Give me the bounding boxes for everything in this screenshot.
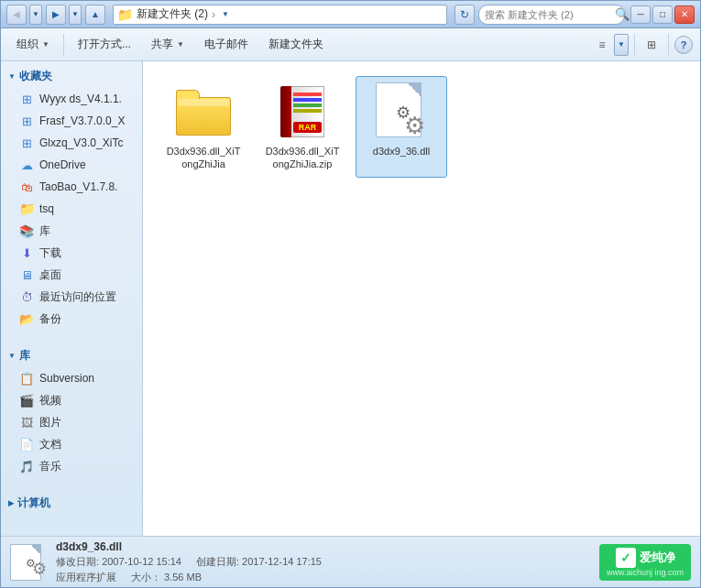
refresh-button[interactable]: ↻ bbox=[455, 5, 475, 25]
sidebar-item-desktop[interactable]: 🖥 桌面 bbox=[1, 264, 142, 286]
titlebar: ◀ ▼ ▶ ▼ ▲ 📁 新建文件夹 (2) › ▼ ↻ 🔍 ─ □ ✕ bbox=[1, 1, 700, 28]
back-dropdown[interactable]: ▼ bbox=[29, 5, 42, 25]
desktop-label: 桌面 bbox=[39, 267, 61, 283]
sidebar: ▼ 收藏夹 ⊞ Wyyx ds_V4.1.1. ⊞ Frasf_V3.7.0.0… bbox=[1, 61, 143, 536]
sidebar-item-video[interactable]: 🎬 视频 bbox=[1, 389, 142, 411]
frasf-icon: ⊞ bbox=[19, 114, 34, 128]
content-area: D3dx936.dll_XiTongZhiJia bbox=[143, 61, 700, 536]
sidebar-item-backup[interactable]: 📂 备份 bbox=[1, 308, 142, 330]
sidebar-item-glxzq[interactable]: ⊞ Glxzq_V3.0_XiTc bbox=[1, 132, 142, 154]
zip-spine bbox=[280, 86, 291, 137]
frasf-label: Frasf_V3.7.0.0_X bbox=[39, 114, 125, 127]
size-label: 大小： bbox=[131, 572, 161, 583]
sidebar-separator-1 bbox=[1, 333, 142, 341]
wyy-icon: ⊞ bbox=[19, 92, 34, 106]
dll-shape: ⚙ ⚙ bbox=[376, 82, 427, 141]
sidebar-separator-2 bbox=[1, 481, 142, 488]
file-item-dll[interactable]: ⚙ ⚙ d3dx9_36.dll bbox=[356, 76, 447, 178]
video-label: 视频 bbox=[39, 393, 61, 408]
minimize-button[interactable]: ─ bbox=[630, 5, 651, 24]
organize-button[interactable]: 组织 ▼ bbox=[8, 32, 58, 58]
folder-icon-large bbox=[174, 82, 233, 141]
status-corner bbox=[31, 545, 40, 554]
dll-label: d3dx9_36.dll bbox=[373, 145, 430, 158]
zip-stripe-2 bbox=[293, 98, 322, 102]
zip-icon-large: RAR bbox=[273, 82, 332, 141]
sidebar-item-taobao[interactable]: 🛍 TaoBao_V1.7.8. bbox=[1, 176, 142, 198]
dll-corner bbox=[408, 83, 421, 96]
sidebar-item-frasf[interactable]: ⊞ Frasf_V3.7.0.0_X bbox=[1, 110, 142, 132]
sidebar-item-library[interactable]: 📚 库 bbox=[1, 220, 142, 242]
address-path-text: 新建文件夹 (2) bbox=[137, 6, 208, 22]
forward-button[interactable]: ▶ bbox=[46, 5, 66, 25]
email-button[interactable]: 电子邮件 bbox=[196, 32, 257, 58]
up-button[interactable]: ▲ bbox=[85, 5, 105, 25]
sidebar-item-recent[interactable]: ⏱ 最近访问的位置 bbox=[1, 286, 142, 308]
file-item-zip[interactable]: RAR D3dx936.dll_XiTongZhiJia.zip bbox=[257, 76, 348, 178]
open-button[interactable]: 打开方式... bbox=[70, 32, 139, 58]
organize-arrow: ▼ bbox=[42, 40, 49, 49]
back-button[interactable]: ◀ bbox=[6, 5, 27, 25]
maximize-button[interactable]: □ bbox=[652, 5, 673, 24]
dll-gear-small: ⚙ bbox=[396, 104, 411, 121]
tsq-icon: 📁 bbox=[19, 201, 34, 216]
bak-icon: 📂 bbox=[19, 311, 34, 326]
status-details: 修改日期: 2007-10-12 15:14 创建日期: 2017-12-14 … bbox=[56, 555, 590, 569]
taobao-label: TaoBao_V1.7.8. bbox=[39, 180, 117, 193]
mus-icon: 🎵 bbox=[19, 459, 34, 474]
desktop-icon: 🖥 bbox=[21, 268, 33, 282]
sidebar-item-wyy[interactable]: ⊞ Wyyx ds_V4.1.1. bbox=[1, 88, 142, 110]
statusbar: ⚙ ⚙ d3dx9_36.dll 修改日期: 2007-10-12 15:14 … bbox=[1, 536, 700, 587]
sidebar-item-tsq[interactable]: 📁 tsq bbox=[1, 198, 142, 220]
zip-stripe-4 bbox=[293, 109, 322, 113]
modified-label: 修改日期: bbox=[56, 556, 99, 567]
sidebar-item-onedrive[interactable]: ☁ OneDrive bbox=[1, 154, 142, 176]
library-icon: 📚 bbox=[19, 224, 34, 238]
image-label: 图片 bbox=[39, 415, 61, 430]
favorites-header[interactable]: ▼ 收藏夹 bbox=[1, 65, 142, 88]
zip-pages: RAR bbox=[291, 86, 324, 137]
organize-label: 组织 bbox=[16, 37, 38, 52]
folder-highlight bbox=[178, 99, 229, 106]
sidebar-item-image[interactable]: 🖼 图片 bbox=[1, 411, 142, 433]
view-toggle-button[interactable]: ≡ bbox=[591, 34, 613, 56]
forward-dropdown[interactable]: ▼ bbox=[69, 5, 82, 25]
sidebar-item-music[interactable]: 🎵 音乐 bbox=[1, 455, 142, 477]
file-item-folder[interactable]: D3dx936.dll_XiTongZhiJia bbox=[158, 76, 249, 178]
toolbar-divider-2 bbox=[634, 34, 635, 56]
titlebar-controls: ─ □ ✕ bbox=[630, 5, 695, 24]
view-buttons: ≡ ▼ bbox=[591, 34, 629, 56]
lib-icon: 📚 bbox=[19, 223, 34, 238]
address-dropdown[interactable]: ▼ bbox=[219, 5, 232, 25]
doc-label: 文档 bbox=[39, 437, 61, 452]
library-expand-icon: ▼ bbox=[8, 352, 16, 360]
search-bar[interactable]: 🔍 bbox=[478, 5, 625, 25]
help-button[interactable]: ? bbox=[674, 36, 693, 54]
vid-icon: 🎬 bbox=[19, 393, 34, 408]
address-bar[interactable]: 📁 新建文件夹 (2) › ▼ bbox=[113, 5, 447, 25]
folder-shape bbox=[175, 88, 232, 136]
glxzq-icon: ⊞ bbox=[19, 136, 34, 150]
search-input[interactable] bbox=[485, 9, 611, 20]
taobao-icon: 🛍 bbox=[19, 180, 34, 194]
library-section-header[interactable]: ▼ 库 bbox=[1, 344, 142, 367]
sidebar-item-subversion[interactable]: 📋 Subversion bbox=[1, 367, 142, 389]
sidebar-item-download[interactable]: ⬇ 下载 bbox=[1, 242, 142, 264]
close-button[interactable]: ✕ bbox=[674, 5, 695, 24]
search-icon: 🔍 bbox=[615, 7, 630, 21]
computer-header[interactable]: ▶ 计算机 bbox=[1, 492, 142, 515]
share-label: 共享 bbox=[151, 37, 173, 52]
details-view-button[interactable]: ⊞ bbox=[641, 34, 663, 56]
status-icon-shape: ⚙ ⚙ bbox=[10, 544, 47, 581]
zip-rar-label: RAR bbox=[293, 122, 322, 133]
view-dropdown-button[interactable]: ▼ bbox=[614, 34, 629, 56]
onedrive-icon: ☁ bbox=[19, 158, 34, 172]
new-folder-button[interactable]: 新建文件夹 bbox=[260, 32, 332, 58]
grid-icon-3: ⊞ bbox=[22, 136, 32, 150]
watermark-subtext: www.aichunj ing.com bbox=[607, 568, 684, 577]
share-button[interactable]: 共享 ▼ bbox=[143, 32, 192, 58]
recent-label: 最近访问的位置 bbox=[39, 289, 116, 305]
status-info: d3dx9_36.dll 修改日期: 2007-10-12 15:14 创建日期… bbox=[56, 540, 590, 584]
sidebar-item-doc[interactable]: 📄 文档 bbox=[1, 433, 142, 455]
library-section: ▼ 库 📋 Subversion 🎬 视频 bbox=[1, 341, 142, 481]
